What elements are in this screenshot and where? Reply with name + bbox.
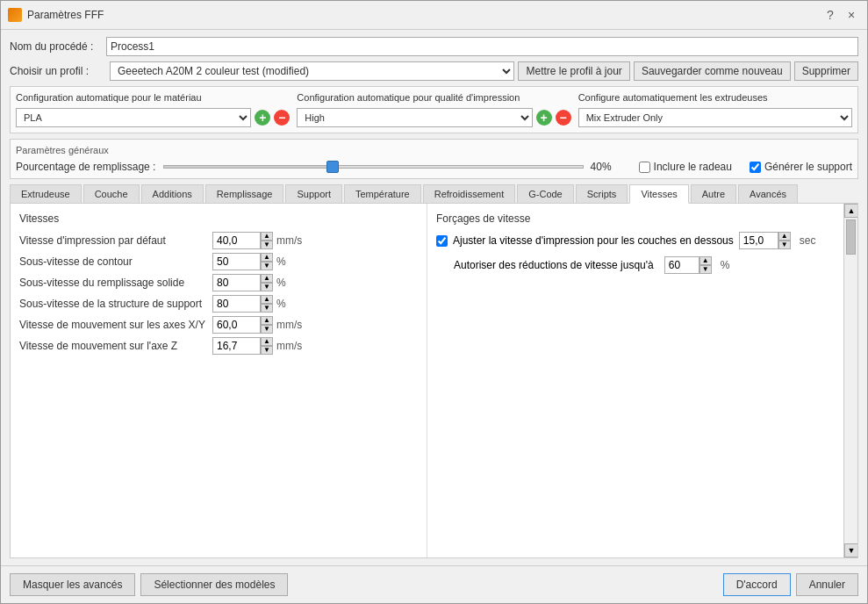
process-row: Nom du procédé : — [10, 37, 858, 56]
reduce-spin: ▲ ▼ — [664, 256, 712, 274]
speed-up-button[interactable]: ▲ — [261, 337, 273, 346]
tab-couche[interactable]: Couche — [83, 184, 140, 203]
scroll-up-button[interactable]: ▲ — [844, 204, 858, 218]
tab-refroidissement[interactable]: Refroidissement — [423, 184, 515, 203]
speed-up-button[interactable]: ▲ — [261, 253, 273, 262]
speed-up-button[interactable]: ▲ — [261, 316, 273, 325]
speed-up-button[interactable]: ▲ — [261, 274, 273, 283]
speed-spin-btns: ▲ ▼ — [261, 337, 273, 355]
speed-down-button[interactable]: ▼ — [261, 283, 273, 291]
tab-autre[interactable]: Autre — [691, 184, 736, 203]
speeds-container: Vitesse d'impression par défaut ▲ ▼ mm/s… — [19, 232, 418, 355]
process-input[interactable] — [106, 37, 858, 56]
fill-slider[interactable] — [163, 165, 584, 169]
speed-row-label: Vitesse de mouvement sur les axes X/Y — [19, 319, 212, 331]
material-row: PLA + − — [16, 108, 290, 127]
adjust-checkbox[interactable] — [436, 235, 448, 247]
speed-value-input[interactable] — [212, 295, 261, 313]
raft-label: Inclure le radeau — [654, 161, 732, 173]
support-checkbox-label: Générer le support — [750, 161, 852, 173]
cancel-button[interactable]: Annuler — [796, 573, 858, 596]
masquer-button[interactable]: Masquer les avancés — [10, 573, 135, 596]
speed-up-button[interactable]: ▲ — [261, 295, 273, 304]
speed-down-button[interactable]: ▼ — [261, 325, 273, 334]
tab-support[interactable]: Support — [285, 184, 342, 203]
fill-row: Pourcentage de remplissage : 40% Inclure… — [16, 161, 852, 173]
bottom-bar: Masquer les avancés Sélectionner des mod… — [1, 565, 867, 603]
speed-value-input[interactable] — [212, 253, 261, 270]
material-title: Configuration automatique pour le matéri… — [16, 92, 290, 103]
quality-select[interactable]: High — [297, 108, 532, 127]
profile-select[interactable]: Geeetech A20M 2 couleur test (modified) — [110, 61, 514, 81]
speed-unit: % — [276, 298, 286, 310]
general-title: Paramètres généraux — [16, 145, 852, 155]
save-new-button[interactable]: Sauvegarder comme nouveau — [634, 61, 791, 81]
speed-up-button[interactable]: ▲ — [261, 232, 273, 241]
adjust-spin-btns: ▲ ▼ — [778, 232, 791, 249]
help-button[interactable]: ? — [821, 6, 839, 24]
speed-value-input[interactable] — [212, 316, 261, 334]
forces-title: Forçages de vitesse — [436, 212, 835, 225]
speed-row: Sous-vitesse de la structure de support … — [19, 295, 418, 313]
update-profile-button[interactable]: Mettre le profil à jour — [518, 61, 629, 81]
support-checkbox[interactable] — [750, 162, 761, 173]
close-button[interactable]: × — [843, 6, 860, 24]
process-label: Nom du procédé : — [10, 40, 106, 53]
adjust-up-button[interactable]: ▲ — [778, 232, 791, 241]
extruder-select[interactable]: Mix Extruder Only — [578, 108, 852, 127]
speed-down-button[interactable]: ▼ — [261, 241, 273, 249]
modeles-button[interactable]: Sélectionner des modèles — [140, 573, 288, 596]
main-content: Nom du procédé : Choisir un profil : Gee… — [1, 30, 867, 565]
speed-value-input[interactable] — [212, 274, 261, 291]
reduce-spin-btns: ▲ ▼ — [699, 256, 712, 274]
tab-additions[interactable]: Additions — [141, 184, 204, 203]
speed-down-button[interactable]: ▼ — [261, 262, 273, 270]
title-left: Paramètres FFF — [8, 8, 104, 22]
reduce-label: Autoriser des réductions de vitesse jusq… — [454, 259, 654, 271]
speed-row-label: Sous-vitesse de la structure de support — [19, 298, 212, 310]
quality-title: Configuration automatique pour qualité d… — [297, 92, 570, 103]
adjust-down-button[interactable]: ▼ — [778, 241, 791, 249]
scrollbar-thumb[interactable] — [846, 219, 856, 255]
title-bar: Paramètres FFF ? × — [1, 1, 867, 30]
support-label: Générer le support — [764, 161, 852, 173]
speed-down-button[interactable]: ▼ — [261, 346, 273, 355]
reduce-value-input[interactable] — [664, 256, 699, 274]
speed-spin-btns: ▲ ▼ — [261, 232, 273, 249]
quality-config: Configuration automatique pour qualité d… — [297, 92, 570, 127]
quality-add-button[interactable]: + — [536, 110, 552, 126]
tab-vitesses[interactable]: Vitesses — [629, 184, 688, 204]
ok-button[interactable]: D'accord — [723, 573, 791, 596]
fill-label: Pourcentage de remplissage : — [16, 161, 156, 173]
title-controls: ? × — [821, 6, 860, 24]
speed-spin: ▲ ▼ — [212, 274, 273, 291]
raft-checkbox-label: Inclure le radeau — [639, 161, 732, 173]
adjust-value-input[interactable] — [739, 232, 778, 249]
speed-down-button[interactable]: ▼ — [261, 304, 273, 313]
profile-row: Choisir un profil : Geeetech A20M 2 coul… — [10, 61, 858, 81]
speed-row: Vitesse de mouvement sur l'axe Z ▲ ▼ mm/… — [19, 337, 418, 355]
tab-temperature[interactable]: Température — [344, 184, 421, 203]
material-add-button[interactable]: + — [255, 110, 270, 126]
raft-checkbox[interactable] — [639, 162, 650, 173]
tab-extrudeuse[interactable]: Extrudeuse — [10, 184, 82, 203]
delete-button[interactable]: Supprimer — [794, 61, 858, 81]
material-select[interactable]: PLA — [16, 108, 251, 127]
tab-scripts[interactable]: Scripts — [576, 184, 628, 203]
extruder-config: Configure automatiquement les extrudeuse… — [578, 92, 852, 127]
force-check-row: Ajuster la vitesse d'impression pour les… — [436, 232, 835, 249]
quality-remove-button[interactable]: − — [556, 110, 571, 126]
tab-avances[interactable]: Avancés — [738, 184, 798, 203]
speed-value-input[interactable] — [212, 232, 261, 249]
extruder-row: Mix Extruder Only — [578, 108, 852, 127]
reduce-up-button[interactable]: ▲ — [699, 256, 712, 265]
reduce-down-button[interactable]: ▼ — [699, 265, 712, 274]
tab-remplissage[interactable]: Remplissage — [205, 184, 284, 203]
speed-value-input[interactable] — [212, 337, 261, 355]
adjust-unit: sec — [800, 234, 816, 247]
speed-spin: ▲ ▼ — [212, 337, 273, 355]
material-remove-button[interactable]: − — [274, 110, 290, 126]
tab-gcode[interactable]: G-Code — [517, 184, 574, 203]
speed-row-label: Sous-vitesse du remplissage solide — [19, 277, 212, 289]
scroll-down-button[interactable]: ▼ — [844, 543, 858, 557]
